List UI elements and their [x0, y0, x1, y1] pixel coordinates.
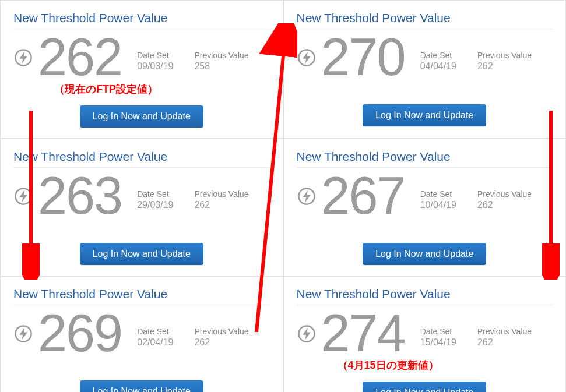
login-update-button[interactable]: Log In Now and Update — [363, 382, 486, 392]
previous-value: 262 — [194, 200, 248, 210]
threshold-value: 267 — [321, 172, 405, 220]
date-set-label: Date Set — [420, 189, 456, 199]
login-update-button[interactable]: Log In Now and Update — [80, 380, 203, 392]
threshold-card: New Threshold Power Value 270 Date Set 0… — [283, 0, 567, 139]
bolt-icon — [297, 48, 317, 68]
previous-value: 262 — [194, 337, 248, 348]
card-title: New Threshold Power Value — [13, 287, 270, 305]
date-set-label: Date Set — [420, 327, 456, 336]
threshold-value: 270 — [321, 34, 405, 81]
login-update-button[interactable]: Log In Now and Update — [363, 243, 486, 265]
card-title: New Threshold Power Value — [297, 287, 553, 305]
date-set-label: Date Set — [137, 327, 173, 336]
annotation-april15: （4月15日の更新値） — [338, 358, 553, 372]
card-title: New Threshold Power Value — [297, 150, 553, 168]
previous-value: 258 — [194, 61, 248, 72]
date-set-value: 02/04/19 — [137, 337, 173, 348]
threshold-value: 274 — [321, 310, 405, 357]
date-set-label: Date Set — [420, 51, 456, 60]
card-title: New Threshold Power Value — [13, 150, 270, 168]
bolt-icon — [13, 324, 33, 344]
bolt-icon — [297, 186, 317, 206]
previous-value: 262 — [477, 200, 532, 210]
login-update-button[interactable]: Log In Now and Update — [80, 243, 203, 265]
threshold-card: New Threshold Power Value 267 Date Set 1… — [283, 139, 567, 276]
previous-value-label: Previous Value — [477, 51, 532, 60]
card-title: New Threshold Power Value — [297, 11, 553, 29]
card-title: New Threshold Power Value — [13, 11, 270, 29]
bolt-icon — [13, 186, 33, 206]
threshold-card: New Threshold Power Value 274 Date Set 1… — [283, 276, 567, 392]
threshold-card: New Threshold Power Value 262 Date Set 0… — [0, 0, 283, 139]
date-set-value: 10/04/19 — [420, 200, 456, 210]
bolt-icon — [297, 324, 317, 344]
threshold-card: New Threshold Power Value 269 Date Set 0… — [0, 276, 283, 392]
login-update-button[interactable]: Log In Now and Update — [363, 104, 486, 126]
previous-value: 262 — [477, 61, 532, 72]
threshold-value: 262 — [38, 34, 122, 81]
date-set-label: Date Set — [137, 51, 173, 60]
date-set-value: 15/04/19 — [420, 337, 456, 348]
date-set-value: 09/03/19 — [137, 61, 173, 72]
date-set-value: 04/04/19 — [420, 61, 456, 72]
previous-value-label: Previous Value — [477, 327, 532, 336]
threshold-value: 269 — [38, 310, 122, 357]
bolt-icon — [13, 48, 33, 68]
date-set-label: Date Set — [137, 189, 173, 199]
previous-value-label: Previous Value — [194, 51, 248, 60]
previous-value-label: Previous Value — [194, 327, 248, 336]
annotation-current-ftp: （現在のFTP設定値） — [54, 82, 270, 96]
previous-value-label: Previous Value — [477, 189, 532, 199]
previous-value-label: Previous Value — [194, 189, 248, 199]
threshold-value: 263 — [38, 172, 122, 220]
previous-value: 262 — [477, 337, 532, 348]
login-update-button[interactable]: Log In Now and Update — [80, 105, 203, 128]
date-set-value: 29/03/19 — [137, 200, 173, 210]
threshold-card: New Threshold Power Value 263 Date Set 2… — [0, 139, 283, 276]
